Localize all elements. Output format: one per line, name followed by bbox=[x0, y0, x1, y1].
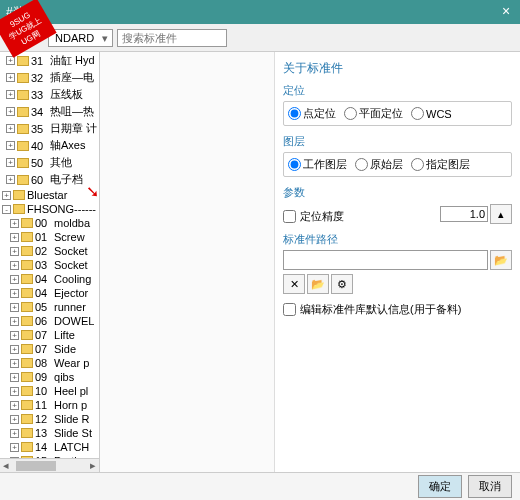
tree-node[interactable]: +05 runner bbox=[10, 300, 99, 314]
tree-node[interactable]: +50 其他 bbox=[0, 154, 99, 171]
red-arrow-icon: ➘ bbox=[86, 182, 99, 201]
spin-arrows-icon[interactable]: ▴ bbox=[490, 204, 512, 224]
footer: 确定 取消 bbox=[0, 472, 520, 500]
precision-input[interactable] bbox=[440, 206, 488, 222]
tree-node[interactable]: +08 Wear p bbox=[10, 356, 99, 370]
tree-node-bluestar[interactable]: +Bluestar bbox=[0, 188, 99, 202]
radio-wcs[interactable]: WCS bbox=[411, 107, 452, 120]
path-input[interactable] bbox=[283, 250, 488, 270]
tree-node[interactable]: +11 Horn p bbox=[10, 398, 99, 412]
panel-title: 关于标准件 bbox=[283, 60, 512, 77]
tree-node[interactable]: +14 LATCH bbox=[10, 440, 99, 454]
tree-node[interactable]: +00 moldba bbox=[10, 216, 99, 230]
check-precision[interactable]: 定位精度 bbox=[283, 209, 344, 224]
preview-area bbox=[100, 52, 275, 472]
tree-node[interactable]: +03 Socket bbox=[10, 258, 99, 272]
tree-node[interactable]: +01 Screw bbox=[10, 230, 99, 244]
search-input[interactable] bbox=[117, 29, 227, 47]
tree-node[interactable]: +06 DOWEL bbox=[10, 314, 99, 328]
check-edit-defaults[interactable]: 编辑标准件库默认信息(用于备料) bbox=[283, 302, 512, 317]
tree-node[interactable]: +13 Slide St bbox=[10, 426, 99, 440]
radio-point[interactable]: 点定位 bbox=[288, 106, 336, 121]
delete-icon[interactable]: ✕ bbox=[283, 274, 305, 294]
h-scrollbar[interactable]: ◂▸ bbox=[0, 458, 99, 472]
settings-icon[interactable]: ⚙ bbox=[331, 274, 353, 294]
tree-node[interactable]: +07 Side bbox=[10, 342, 99, 356]
tree-node[interactable]: +35 日期章 计 bbox=[0, 120, 99, 137]
radio-spec-layer[interactable]: 指定图层 bbox=[411, 157, 470, 172]
tree-node[interactable]: +10 Heel pl bbox=[10, 384, 99, 398]
cancel-button[interactable]: 取消 bbox=[468, 475, 512, 498]
group-layer-label: 图层 bbox=[283, 134, 512, 149]
tree-node[interactable]: +60 电子档 bbox=[0, 171, 99, 188]
tree-node[interactable]: +12 Slide R bbox=[10, 412, 99, 426]
ok-button[interactable]: 确定 bbox=[418, 475, 462, 498]
open-icon[interactable]: 📂 bbox=[307, 274, 329, 294]
radio-work-layer[interactable]: 工作图层 bbox=[288, 157, 347, 172]
close-icon[interactable]: × bbox=[498, 4, 514, 20]
browse-icon[interactable]: 📂 bbox=[490, 250, 512, 270]
tree-node[interactable]: +07 Lifte bbox=[10, 328, 99, 342]
toolbar: NDARD bbox=[0, 24, 520, 52]
tree-node[interactable]: +02 Socket bbox=[10, 244, 99, 258]
tree-node-fhsong[interactable]: -FHSONG------ bbox=[0, 202, 99, 216]
properties-panel: 关于标准件 定位 点定位 平面定位 WCS 图层 工作图层 原始层 指定图层 参… bbox=[275, 52, 520, 472]
radio-plane[interactable]: 平面定位 bbox=[344, 106, 403, 121]
titlebar: #装配) × bbox=[0, 0, 520, 24]
tree-node[interactable]: +04 Ejector bbox=[10, 286, 99, 300]
tree-node[interactable]: +34 热咀—热 bbox=[0, 103, 99, 120]
standard-combo[interactable]: NDARD bbox=[48, 29, 113, 47]
tree-node[interactable]: +04 Cooling bbox=[10, 272, 99, 286]
group-position-label: 定位 bbox=[283, 83, 512, 98]
tree-panel[interactable]: +31 油缸 Hyd+32 插座—电+33 压线板+34 热咀—热+35 日期章… bbox=[0, 52, 100, 472]
group-param-label: 参数 bbox=[283, 185, 512, 200]
radio-orig-layer[interactable]: 原始层 bbox=[355, 157, 403, 172]
tree-node[interactable]: +40 轴Axes bbox=[0, 137, 99, 154]
tree-node[interactable]: +33 压线板 bbox=[0, 86, 99, 103]
group-path-label: 标准件路径 bbox=[283, 232, 512, 247]
tree-node[interactable]: +32 插座—电 bbox=[0, 69, 99, 86]
tree-node[interactable]: +09 qibs bbox=[10, 370, 99, 384]
